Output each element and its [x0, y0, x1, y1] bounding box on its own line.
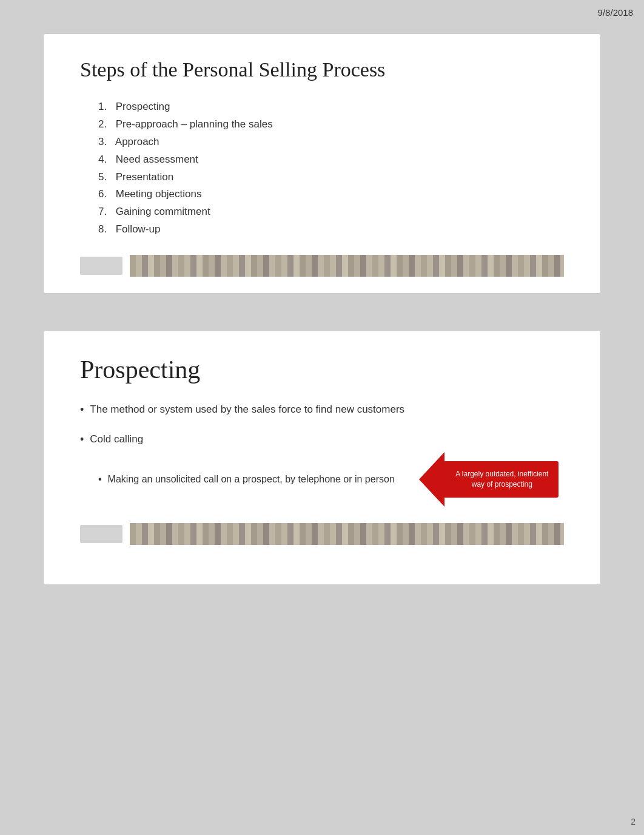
bullet-section-1: • The method or system used by the sales…	[80, 401, 564, 419]
bullet-section-2: • Cold calling • Making an unsolicited c…	[80, 431, 564, 507]
numbered-list: 1. Prospecting 2. Pre-approach – plannin…	[98, 98, 564, 238]
footer-pattern	[130, 255, 564, 277]
arrow-head	[419, 452, 444, 507]
slide-2-footer	[80, 519, 564, 549]
list-item: 2. Pre-approach – planning the sales	[98, 116, 564, 134]
list-item: 4. Need assessment	[98, 151, 564, 169]
list-item: 1. Prospecting	[98, 98, 564, 116]
footer-pattern-2	[130, 523, 564, 545]
page-number: 2	[631, 817, 636, 827]
bullet-dot-2: •	[80, 431, 84, 448]
footer-logo	[80, 257, 122, 275]
arrow-shape: A largely outdated, inefficient way of p…	[419, 452, 558, 507]
bullet-main-2: • Cold calling	[80, 431, 564, 448]
bullet-sub-dot: •	[98, 472, 102, 487]
footer-logo-2	[80, 525, 122, 543]
slide-1-title: Steps of the Personal Selling Process	[80, 58, 564, 81]
slide-1: Steps of the Personal Selling Process 1.…	[43, 33, 601, 294]
list-item: 8. Follow-up	[98, 221, 564, 238]
slide-2: Prospecting • The method or system used …	[43, 330, 601, 585]
bullet-sub-1: • Making an unsolicited call on a prospe…	[98, 472, 395, 487]
arrow-callout-text: A largely outdated, inefficient way of p…	[449, 469, 555, 490]
slide-2-title: Prospecting	[80, 355, 564, 384]
cold-calling-text: • Making an unsolicited call on a prospe…	[80, 472, 395, 487]
slide-1-footer	[80, 251, 564, 281]
list-item: 7. Gaining commitment	[98, 203, 564, 221]
list-item: 6. Meeting objections	[98, 186, 564, 203]
arrow-callout: A largely outdated, inefficient way of p…	[419, 452, 558, 507]
date-label: 9/8/2018	[598, 7, 633, 18]
list-item: 5. Presentation	[98, 169, 564, 186]
bullet-dot-1: •	[80, 401, 84, 419]
bullet-main-1: • The method or system used by the sales…	[80, 401, 564, 419]
list-item: 3. Approach	[98, 134, 564, 151]
cold-calling-row: • Making an unsolicited call on a prospe…	[80, 452, 564, 507]
